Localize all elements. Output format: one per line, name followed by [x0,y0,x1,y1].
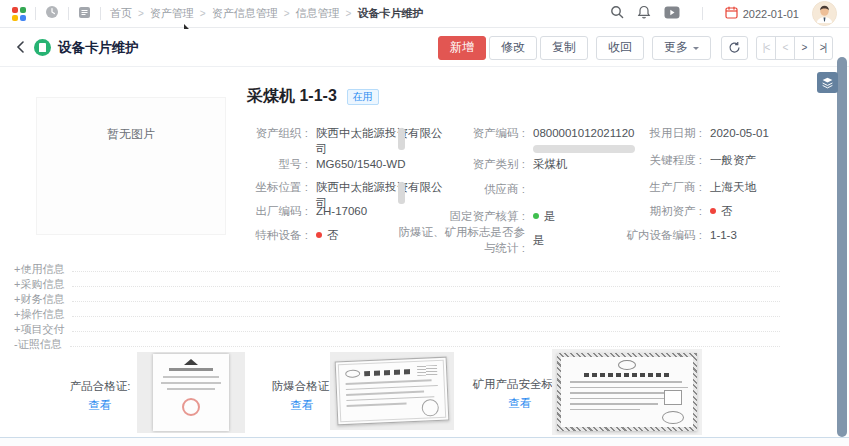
equipment-name: 采煤机 1-1-3 [247,86,337,107]
divider [72,315,780,317]
first-record-button[interactable]: |< [756,36,776,60]
equipment-title: 采煤机 1-1-3 在用 [247,86,379,107]
date-display: 2022-01-01 [725,6,799,21]
edit-button[interactable]: 修改 [489,36,537,60]
layers-panel-button[interactable] [817,72,838,93]
field-label: 生产厂商 : [588,179,702,195]
bottom-border [0,437,849,446]
divider [72,285,780,287]
field-use-date: 投用日期 : 2020-05-01 [588,125,840,141]
app-window: 首页 > 资产管理 > 资产信息管理 > 信息管理 > 设备卡片维护 [0,0,849,446]
divider [72,270,780,272]
field-initial-asset: 期初资产 : 否 [588,203,840,219]
vertical-scrollbar[interactable] [837,57,847,437]
copy-button[interactable]: 复制 [540,36,588,60]
section-label: +项目交付 [14,322,64,337]
field-key-level: 关键程度 : 一般资产 [588,152,840,168]
next-record-button[interactable]: > [794,36,814,60]
chevron-down-icon [693,47,699,53]
current-date: 2022-01-01 [743,8,799,20]
section-finance-info[interactable]: +财务信息 [14,292,780,306]
view-link[interactable]: 查看 [58,398,142,413]
section-label: -证照信息 [14,337,62,352]
status-dot-red [316,232,322,238]
field-label: 矿内设备编码 : [588,227,702,243]
prev-record-button[interactable]: < [775,36,795,60]
document-icon[interactable] [78,5,91,23]
field-label: 资产组织 : [198,125,308,141]
breadcrumb: 首页 > 资产管理 > 资产信息管理 > 信息管理 > 设备卡片维护 [110,6,423,21]
video-icon[interactable] [664,5,680,23]
more-button[interactable]: 更多 [652,36,711,60]
field-value: 一般资产 [710,152,840,168]
app-logo-icon[interactable] [12,7,26,21]
add-button[interactable]: 新增 [438,36,486,60]
field-label: 投用日期 : [588,125,702,141]
section-label: +采购信息 [14,277,64,292]
round-stamp [421,399,439,417]
field-label: 固定资产核算 : [390,208,525,224]
search-icon[interactable] [610,5,624,23]
divider [72,300,780,302]
section-label: +使用信息 [14,262,64,277]
mining-safety-mark-thumbnail[interactable] [552,349,702,435]
red-seal [182,398,200,416]
section-usage-info[interactable]: +使用信息 [14,262,780,276]
toolbar: 新增 修改 复制 收回 更多 |< < > >| [438,36,833,60]
layers-icon [821,76,834,89]
breadcrumb-separator: > [138,8,144,19]
field-label: 特种设备 : [198,227,308,243]
field-label: 出厂编码 : [198,203,308,219]
page-titlebar: 设备卡片维护 新增 修改 复制 收回 更多 |< < > >| [0,29,849,67]
divider [72,330,780,332]
notification-bell-icon[interactable] [637,5,651,23]
field-label: 防爆证、矿用标志是否参与统计 : [390,224,525,256]
field-label: 期初资产 : [588,203,702,219]
breadcrumb-asset-info-mgmt[interactable]: 资产信息管理 [212,6,278,21]
header-actions: 2022-01-01 [610,1,837,26]
field-manufacturer: 生产厂商 : 上海天地 [588,179,840,195]
product-certificate-thumbnail[interactable] [137,352,245,433]
field-label: 坐标位置 : [198,179,308,195]
history-clock-icon[interactable] [45,5,59,23]
product-certificate-group: 产品合格证: 查看 [58,379,142,413]
field-label: 资产类别 : [390,156,525,172]
page-title: 设备卡片维护 [58,39,139,57]
refresh-button[interactable] [721,36,748,60]
certificate-image [153,354,229,431]
divider [68,7,69,20]
field-value: 上海天地 [710,179,840,195]
divider [702,7,703,20]
breadcrumb-info-mgmt[interactable]: 信息管理 [296,6,340,21]
breadcrumb-home[interactable]: 首页 [110,6,132,21]
user-avatar[interactable] [812,1,837,26]
status-dot-green [533,213,539,219]
explosion-proof-certificate-thumbnail[interactable] [330,352,454,430]
refresh-icon [728,41,741,54]
oval-stamp [662,411,684,424]
calendar-icon [725,6,738,21]
breadcrumb-asset-mgmt[interactable]: 资产管理 [150,6,194,21]
section-purchase-info[interactable]: +采购信息 [14,277,780,291]
breadcrumb-separator: > [200,8,206,19]
section-label: +操作信息 [14,307,64,322]
emblem [618,360,636,370]
field-mine-code: 矿内设备编码 : 1-1-3 [588,227,840,243]
top-header: 首页 > 资产管理 > 资产信息管理 > 信息管理 > 设备卡片维护 [0,0,849,28]
section-project-delivery[interactable]: +项目交付 [14,322,780,336]
field-label: 供应商 : [390,181,525,197]
section-operation-info[interactable]: +操作信息 [14,307,780,321]
status-dot-red [710,208,716,214]
breadcrumb-separator: > [346,8,352,19]
back-icon[interactable] [16,39,25,57]
last-record-button[interactable]: >| [813,36,833,60]
breadcrumb-current: 设备卡片维护 [357,6,423,21]
section-label: +财务信息 [14,292,64,307]
more-button-label: 更多 [664,39,688,56]
field-value: 否 [710,203,840,219]
status-badge: 在用 [347,89,379,105]
certificate-image [335,357,450,426]
recall-button[interactable]: 收回 [596,36,644,60]
field-value: 2020-05-01 [710,125,840,141]
record-pager: |< < > >| [756,36,833,60]
